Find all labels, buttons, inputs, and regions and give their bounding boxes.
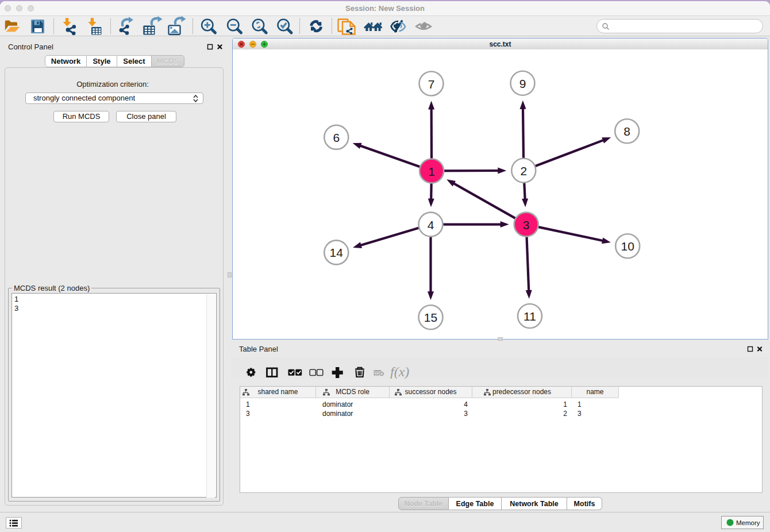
svg-text:f(x): f(x) xyxy=(390,364,409,379)
svg-text:10: 10 xyxy=(621,240,634,253)
svg-text:7: 7 xyxy=(428,78,435,91)
svg-text:2: 2 xyxy=(520,164,527,178)
svg-text:14: 14 xyxy=(330,246,344,259)
svg-text:11: 11 xyxy=(523,310,536,323)
svg-text:3: 3 xyxy=(523,218,530,232)
svg-text:15: 15 xyxy=(424,311,437,324)
svg-text:4: 4 xyxy=(428,218,434,232)
svg-text:6: 6 xyxy=(333,131,340,144)
svg-text:9: 9 xyxy=(519,77,526,90)
svg-text:8: 8 xyxy=(623,125,630,138)
svg-text:1: 1 xyxy=(428,165,435,178)
